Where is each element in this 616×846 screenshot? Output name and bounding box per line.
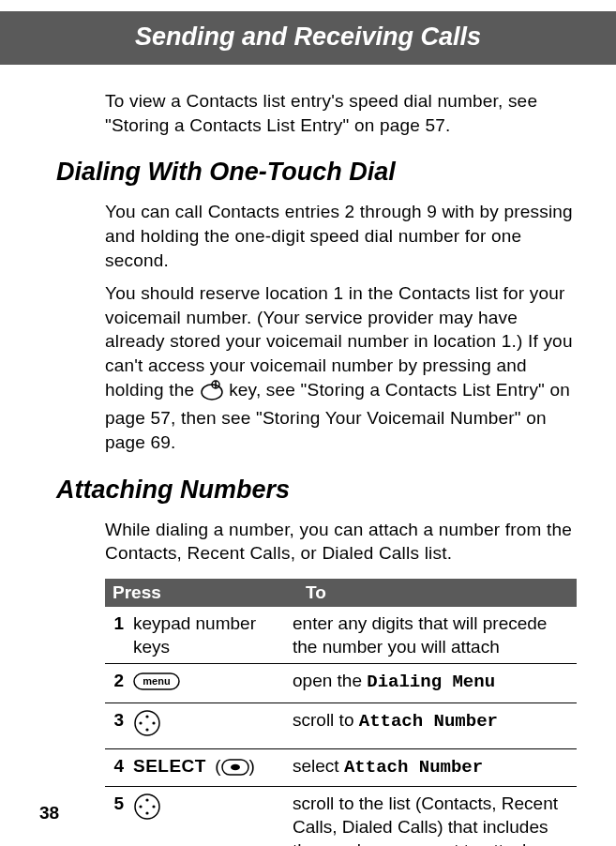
section1-p2: You should reserve location 1 in the Con… [105, 281, 577, 454]
svg-point-6 [145, 728, 148, 731]
intro-paragraph: To view a Contacts list entry's speed di… [105, 89, 577, 137]
step-number: 1 [105, 612, 133, 658]
page-number: 38 [39, 803, 59, 823]
to-mono: Attach Number [344, 757, 483, 778]
to-text: enter any digits that will precede the n… [293, 613, 547, 657]
table-row: 2 menu open the Dialing Menu [105, 664, 577, 703]
step-number: 2 [105, 669, 133, 698]
svg-point-14 [139, 806, 142, 808]
table-header-to: To [298, 579, 577, 607]
svg-point-4 [135, 711, 159, 735]
to-mono: Dialing Menu [367, 672, 495, 692]
table-row: 3 scroll to Attach Number [105, 703, 577, 749]
step-to: select Attach Number [293, 754, 577, 782]
step-to: scroll to Attach Number [293, 708, 577, 744]
section1-p1: You can call Contacts entries 2 through … [105, 200, 577, 272]
table-header-press: Press [105, 579, 298, 607]
step-number: 3 [105, 708, 133, 744]
step-press: keypad number keys [133, 612, 293, 658]
step-press: SELECT ( ) [133, 754, 293, 782]
table-row: 4 SELECT ( ) select Attach Number [105, 749, 577, 788]
step-number: 5 [105, 792, 133, 846]
svg-point-13 [145, 812, 148, 815]
step-number: 4 [105, 754, 133, 782]
page-content: To view a Contacts list entry's speed di… [0, 89, 616, 846]
nav-key-icon [133, 709, 161, 744]
to-text: scroll to the list (Contacts, Recent Cal… [293, 793, 558, 846]
svg-point-12 [145, 799, 148, 802]
steps-table: Press To 1 keypad number keys enter any … [105, 579, 577, 846]
svg-point-15 [152, 806, 155, 808]
to-text: select [293, 756, 344, 776]
to-mono: Attach Number [359, 711, 498, 732]
section2-p1: While dialing a number, you can attach a… [105, 518, 577, 566]
press-text: keypad number keys [133, 613, 256, 657]
voicemail-key-icon [200, 380, 224, 407]
select-label: SELECT [133, 756, 206, 776]
table-row: 5 scroll to the list (Contacts, Recent C… [105, 787, 577, 846]
svg-point-5 [145, 715, 148, 718]
chapter-header: Sending and Receiving Calls [0, 11, 616, 65]
menu-key-label: menu [143, 675, 170, 687]
svg-point-11 [135, 794, 159, 819]
menu-key-icon: menu [133, 671, 180, 698]
step-to: open the Dialing Menu [293, 669, 577, 698]
chapter-title: Sending and Receiving Calls [135, 23, 481, 51]
step-press [133, 708, 293, 744]
to-text: scroll to [293, 710, 359, 730]
step-press: menu [133, 669, 293, 698]
section-heading-dialing: Dialing With One-Touch Dial [56, 158, 577, 187]
nav-key-icon [133, 793, 161, 827]
svg-point-8 [152, 721, 155, 724]
step-to: enter any digits that will precede the n… [293, 612, 577, 658]
table-header-row: Press To [105, 579, 577, 607]
step-to: scroll to the list (Contacts, Recent Cal… [293, 792, 577, 846]
select-key-icon [221, 759, 249, 782]
table-row: 1 keypad number keys enter any digits th… [105, 607, 577, 664]
section-heading-attaching: Attaching Numbers [56, 476, 577, 505]
step-press [133, 792, 293, 846]
svg-point-10 [231, 764, 240, 770]
to-text: open the [293, 671, 367, 690]
svg-point-7 [139, 721, 142, 724]
